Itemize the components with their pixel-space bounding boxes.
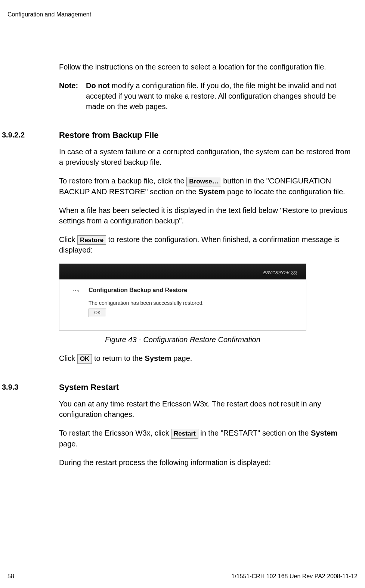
text: Click (59, 354, 77, 362)
section-number: 3.9.3 (0, 382, 52, 392)
section-heading-row: 3.9.3 System Restart (59, 382, 355, 393)
note-block: Note: Do not modify a configuration file… (59, 80, 355, 112)
text: page. (59, 440, 78, 448)
running-header: Configuration and Management (7, 10, 91, 19)
paragraph: When a file has been selected it is disp… (59, 205, 355, 226)
text: page to locate the configuration file. (225, 188, 345, 196)
paragraph: You can at any time restart the Ericsson… (59, 399, 355, 420)
paragraph: Click Restore to restore the configurati… (59, 234, 355, 256)
screenshot-message: The configuration has been successfully … (89, 300, 204, 307)
embedded-screenshot: ERICSSON ⋯› Configuration Backup and Res… (59, 263, 306, 331)
system-word: System (198, 188, 225, 196)
figure-caption: Figure 43 - Configuration Restore Confir… (59, 334, 306, 345)
system-word: System (145, 354, 171, 362)
note-label: Note: (59, 80, 86, 112)
ericsson-logo: ERICSSON (262, 270, 298, 276)
screenshot-ok-button: OK (89, 309, 106, 317)
paragraph: Follow the instructions on the screen to… (59, 62, 355, 72)
text: to return to the (92, 354, 145, 362)
section-title: Restore from Backup File (59, 130, 159, 141)
note-body: Do not modify a configuration file. If y… (86, 80, 355, 112)
text: page. (171, 354, 192, 362)
section-heading-row: 3.9.2.2 Restore from Backup File (59, 130, 355, 141)
text: To restart the Ericsson W3x, click (59, 429, 171, 437)
section-title: System Restart (59, 382, 119, 393)
page-number: 58 (7, 572, 14, 581)
paragraph: To restore from a backup file, click the… (59, 176, 355, 197)
screenshot-title: Configuration Backup and Restore (89, 286, 187, 294)
document-id: 1/1551-CRH 102 168 Uen Rev PA2 2008-11-1… (231, 572, 358, 581)
restore-button-ref: Restore (77, 235, 106, 245)
paragraph: During the restart process the following… (59, 457, 355, 468)
text: Click (59, 235, 77, 244)
page-footer: 58 1/1551-CRH 102 168 Uen Rev PA2 2008-1… (7, 572, 358, 581)
restart-button-ref: Restart (171, 429, 198, 439)
paragraph: To restart the Ericsson W3x, click Resta… (59, 428, 355, 449)
text: in the "RESTART" section on the (198, 429, 311, 437)
paragraph: Click OK to return to the System page. (59, 353, 355, 364)
browse-button-ref: Browse… (186, 177, 221, 186)
system-word: System (311, 429, 337, 437)
note-rest: modify a configuration file. If you do, … (86, 81, 336, 111)
paragraph: In case of a system failure or a corrupt… (59, 146, 355, 167)
ok-button-ref: OK (77, 354, 92, 364)
text: To restore from a backup file, click the (59, 177, 186, 185)
breadcrumb-arrow-icon: ⋯› (73, 287, 78, 295)
screenshot-topbar: ERICSSON (59, 264, 306, 279)
section-number: 3.9.2.2 (0, 130, 52, 140)
main-content: Follow the instructions on the screen to… (59, 62, 355, 476)
note-bold-word: Do not (86, 81, 109, 90)
